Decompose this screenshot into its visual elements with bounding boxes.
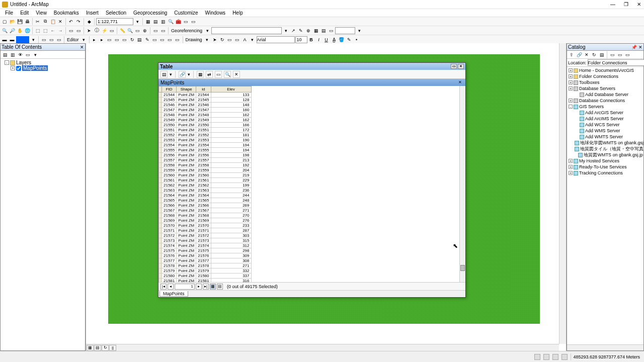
draw-text-icon[interactable]: A [242, 36, 249, 43]
add-data-icon[interactable]: ◆ [86, 18, 93, 25]
table-row[interactable]: 21557Point ZM21557213 [159, 158, 252, 163]
edit-tool4-icon[interactable]: ▭ [174, 36, 181, 43]
location-input[interactable] [588, 59, 644, 66]
print-icon[interactable]: 🖶 [24, 18, 31, 25]
georef-layer-input[interactable] [211, 27, 282, 34]
maximize-button[interactable]: ❐ [623, 2, 629, 8]
catalog-pin-icon[interactable]: 📌 [631, 45, 637, 50]
table-layer-close-icon[interactable]: ✕ [458, 80, 463, 85]
sketch-icon[interactable]: ✎ [144, 36, 151, 43]
table-grid[interactable]: FIDShapeidElev21544Point ZM2154413321545… [158, 86, 465, 282]
editor-menu[interactable]: Editor [66, 37, 80, 42]
table-switch-selection-icon[interactable]: ⇄ [206, 71, 213, 78]
edit-text-icon[interactable]: ▾ [249, 36, 256, 43]
create-features-icon[interactable]: ▭ [151, 36, 158, 43]
table-row[interactable]: 21561Point ZM21561229 [159, 178, 252, 183]
style2-icon[interactable]: ▬ [9, 36, 16, 43]
menu-bookmarks[interactable]: Bookmarks [51, 10, 82, 16]
catalog-item[interactable]: +Database Connections [568, 98, 643, 104]
cat-tool1-icon[interactable]: ▭ [609, 51, 616, 58]
find-route-icon[interactable]: ▭ [134, 27, 141, 34]
split-icon[interactable]: ▭ [121, 36, 128, 43]
table-select-by-attr-icon[interactable]: ▦ [197, 71, 204, 78]
status-tool3-icon[interactable] [552, 354, 558, 360]
full-extent-icon[interactable]: 🌐 [24, 27, 31, 34]
attributes-icon[interactable]: ▤ [136, 36, 143, 43]
data-view-tab[interactable]: ▦ [87, 345, 94, 351]
table-row[interactable]: 21545Point ZM21545128 [159, 98, 252, 103]
cat-up-icon[interactable]: ⇧ [568, 51, 575, 58]
pan-icon[interactable]: ✋ [16, 27, 23, 34]
catalog-item[interactable]: 地質図タイル（地質・空中写真） on eurjapa [568, 146, 643, 152]
table-row[interactable]: 21567Point ZM21567271 [159, 208, 252, 213]
create-viewer-icon[interactable]: ▭ [159, 27, 167, 34]
catalog-item[interactable]: +Ready-To-Use Services [568, 164, 643, 170]
catalog-item[interactable]: +Tracking Connections [568, 170, 643, 176]
catalog-icon[interactable]: ▥ [159, 18, 167, 25]
select-arrow-icon[interactable]: ➤ [86, 27, 93, 34]
catalog-item[interactable]: +Folder Connections [568, 73, 643, 79]
expand-icon[interactable]: + [569, 80, 573, 84]
georef-dropdown2-icon[interactable]: ▾ [282, 27, 289, 34]
toc-icon[interactable]: ▤ [152, 18, 159, 25]
italic-icon[interactable]: I [315, 36, 323, 43]
catalog-item[interactable]: Add WMS Server [568, 128, 643, 134]
style1-icon[interactable]: ▬ [1, 36, 8, 43]
table-row[interactable]: 21580Point ZM21580337 [159, 274, 252, 279]
search-icon[interactable]: 🔍 [167, 18, 174, 25]
select-graphics-icon[interactable]: ➤ [211, 36, 218, 43]
toc-options-icon[interactable]: ▾ [32, 51, 39, 58]
font-size-input[interactable] [295, 36, 307, 43]
map-vertical-scrollbar[interactable] [559, 43, 566, 344]
paste-icon[interactable]: 📋 [49, 18, 56, 25]
font-color-icon[interactable]: A̲ [331, 36, 338, 43]
table-vertical-scrollbar[interactable] [459, 86, 465, 282]
table-row[interactable]: 21562Point ZM21562199 [159, 183, 252, 188]
zoom-out-icon[interactable]: 🔎 [9, 27, 16, 34]
minimize-button[interactable]: — [610, 2, 616, 8]
catalog-item[interactable]: Add ArcIMS Server [568, 116, 643, 122]
catalog-item[interactable]: Add ArcGIS Server [568, 110, 643, 116]
open-icon[interactable]: 📂 [9, 18, 16, 25]
table-row[interactable]: 21573Point ZM21573315 [159, 238, 252, 243]
scrollbar-thumb[interactable] [460, 265, 465, 271]
catalog-item[interactable]: Add WCS Server [568, 122, 643, 128]
cat-tool2-icon[interactable]: ▭ [616, 51, 623, 58]
toc-close-icon[interactable]: ✕ [80, 45, 84, 50]
expand-icon[interactable]: + [569, 165, 573, 169]
toc-layer-mappoints[interactable]: + MapPoints [2, 65, 84, 71]
georef-tool2-icon[interactable]: ✎ [297, 27, 304, 34]
go-to-xy-icon[interactable]: ⊕ [141, 27, 148, 34]
table-row[interactable]: 21574Point ZM21574312 [159, 243, 252, 248]
catalog-item[interactable]: Add Database Server [568, 92, 643, 98]
layout-view-tab[interactable]: ▤ [94, 345, 101, 351]
label-tool-icon[interactable]: ▭ [55, 36, 62, 43]
drawing-menu[interactable]: Drawing [185, 37, 203, 42]
catalog-item[interactable]: 地質図WMTS on gbank.gsj.jp [568, 152, 643, 158]
bold-icon[interactable]: B [308, 36, 315, 43]
toc-list-by-visibility-icon[interactable]: 👁 [17, 51, 24, 58]
nav-first-icon[interactable]: |◂ [160, 284, 167, 290]
nav-next-icon[interactable]: ▸ [196, 284, 202, 290]
menu-help[interactable]: Help [229, 10, 246, 16]
font-select[interactable] [257, 36, 295, 43]
table-row[interactable]: 21546Point ZM21546148 [159, 103, 252, 108]
python-icon[interactable]: ▭ [182, 18, 189, 25]
table-row[interactable]: 21565Point ZM21565248 [159, 198, 252, 203]
table-row[interactable]: 21551Point ZM21551172 [159, 128, 252, 133]
column-header[interactable]: FID [162, 86, 177, 93]
show-all-records-icon[interactable]: ▦ [210, 284, 216, 290]
table-related-icon[interactable]: 🔗 [179, 71, 186, 78]
label-manager-icon[interactable]: ▭ [48, 36, 55, 43]
catalog-item[interactable]: 地球化学図WMTS on gbank.gsj.jp [568, 140, 643, 146]
new-doc-icon[interactable]: ▢ [1, 18, 8, 25]
toc-list-by-selection-icon[interactable]: ▭ [24, 51, 31, 58]
table-close-icon[interactable]: ✕ [458, 64, 464, 69]
expand-icon[interactable]: - [5, 60, 9, 65]
table-row[interactable]: 21571Point ZM21571287 [159, 228, 252, 233]
catalog-item[interactable]: +Toolboxes [568, 79, 643, 85]
editor-dropdown-icon[interactable]: ▾ [80, 36, 88, 43]
table-row[interactable]: 21549Point ZM21549162 [159, 118, 252, 123]
cut-polygons-icon[interactable]: ▭ [114, 36, 121, 43]
line-color-icon[interactable]: ✎ [346, 36, 353, 43]
